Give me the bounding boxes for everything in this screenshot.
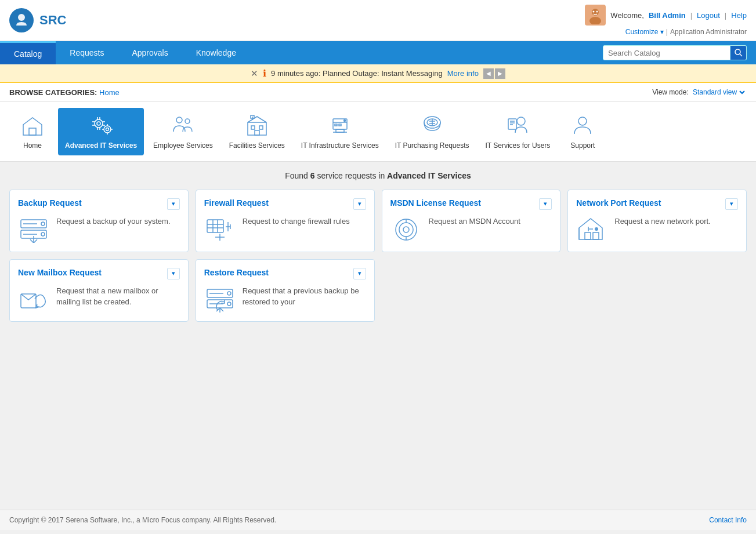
card-firewall-dropdown[interactable]: ▾ <box>353 198 366 210</box>
alert-navigation: ◀ ▶ <box>483 68 505 79</box>
it-infra-icon <box>325 112 355 138</box>
category-home[interactable]: Home <box>9 108 56 155</box>
search-button[interactable] <box>730 45 747 60</box>
customize-link[interactable]: Customize ▾ <box>625 28 664 36</box>
svg-rect-15 <box>248 122 266 135</box>
category-support-label: Support <box>570 141 595 151</box>
svg-point-63 <box>227 302 231 306</box>
category-it-services-users[interactable]: IT Services for Users <box>479 108 558 155</box>
facilities-icon <box>242 112 272 138</box>
support-icon <box>567 112 598 138</box>
card-msdn-title[interactable]: MSDN License Request <box>390 198 481 208</box>
card-backup[interactable]: Backup Request ▾ Request a <box>9 190 189 252</box>
svg-point-10 <box>97 122 100 125</box>
card-msdn-desc: Request an MSDN Account <box>429 216 520 227</box>
card-restore-dropdown[interactable]: ▾ <box>353 268 366 279</box>
svg-point-35 <box>578 117 587 125</box>
found-text: Found 6 service requests in Advanced IT … <box>9 171 747 180</box>
logo-text: SRC <box>39 13 66 28</box>
category-employee[interactable]: Employee Services <box>146 108 220 155</box>
svg-point-50 <box>403 227 409 233</box>
card-restore-desc: Request that a previous backup be restor… <box>243 285 366 308</box>
card-backup-dropdown[interactable]: ▾ <box>167 198 180 210</box>
header-user-row: Welcome, Bill Admin | Logout | Help <box>585 5 747 26</box>
search-bar <box>603 45 747 60</box>
view-mode: View mode: Standard view Compact view <box>652 88 747 97</box>
category-facilities[interactable]: Facilities Services <box>222 108 292 155</box>
card-mailbox-title[interactable]: New Mailbox Request <box>18 268 102 277</box>
found-mid: service requests in <box>317 171 385 180</box>
breadcrumb-home[interactable]: Home <box>99 88 120 97</box>
view-mode-label: View mode: <box>652 88 688 96</box>
footer-contact[interactable]: Contact Info <box>709 516 747 524</box>
svg-point-25 <box>343 120 345 122</box>
svg-rect-17 <box>259 126 263 129</box>
svg-rect-43 <box>207 220 223 233</box>
card-msdn-dropdown[interactable]: ▾ <box>539 198 552 210</box>
navbar: Catalog Requests Approvals Knowledge <box>0 41 756 64</box>
category-support[interactable]: Support <box>559 108 606 155</box>
alert-message: 9 minutes ago: Planned Outage: Instant M… <box>271 69 443 78</box>
category-it-purchasing[interactable]: IT Purchasing Requests <box>388 108 476 155</box>
category-it-infra[interactable]: IT Infrastructure Services <box>294 108 386 155</box>
app-admin-label: Application Administrator <box>670 28 747 36</box>
card-network-port[interactable]: Network Port Request ▾ Request a new ne <box>567 190 747 252</box>
svg-point-56 <box>595 227 598 231</box>
category-it-infra-label: IT Infrastructure Services <box>301 141 379 151</box>
svg-rect-8 <box>29 128 36 135</box>
header: SRC Welcome, Bill Admin | Logout | Help <box>0 0 756 41</box>
svg-point-5 <box>596 11 598 13</box>
card-restore-title[interactable]: Restore Request <box>204 268 269 277</box>
card-network-port-title[interactable]: Network Port Request <box>576 198 661 208</box>
card-firewall-title[interactable]: Firewall Request <box>204 198 269 208</box>
tab-knowledge[interactable]: Knowledge <box>182 41 250 64</box>
card-firewall[interactable]: Firewall Request ▾ Request to change fi <box>196 190 375 252</box>
firewall-icon <box>204 216 236 244</box>
svg-rect-26 <box>335 124 337 126</box>
employee-icon <box>168 112 198 138</box>
username-link[interactable]: Bill Admin <box>649 11 686 20</box>
card-mailbox[interactable]: New Mailbox Request ▾ Request that a new… <box>9 259 189 322</box>
footer-copyright: Copyright © 2017 Serena Software, Inc., … <box>9 516 276 524</box>
category-employee-label: Employee Services <box>153 141 213 151</box>
card-mailbox-desc: Request that a new mailbox or mailing li… <box>56 285 180 308</box>
alert-info-icon: ℹ <box>263 68 266 79</box>
svg-rect-16 <box>251 126 255 129</box>
alert-close-button[interactable]: ✕ <box>251 68 258 79</box>
svg-point-62 <box>227 292 231 295</box>
svg-line-7 <box>740 54 742 56</box>
svg-point-12 <box>106 128 109 131</box>
card-mailbox-dropdown[interactable]: ▾ <box>167 268 180 279</box>
svg-point-9 <box>95 119 103 128</box>
card-backup-title[interactable]: Backup Request <box>18 198 82 208</box>
tab-catalog[interactable]: Catalog <box>0 41 56 64</box>
alert-bar: ✕ ℹ 9 minutes ago: Planned Outage: Insta… <box>0 64 756 83</box>
svg-point-38 <box>41 222 45 226</box>
alert-more-link[interactable]: More info <box>447 69 479 78</box>
svg-point-30 <box>517 117 525 125</box>
svg-point-13 <box>176 117 182 123</box>
svg-point-0 <box>18 14 25 21</box>
logout-link[interactable]: Logout <box>697 11 720 20</box>
backup-icon <box>18 216 49 244</box>
tab-approvals[interactable]: Approvals <box>118 41 182 64</box>
view-mode-select[interactable]: Standard view Compact view <box>690 88 747 97</box>
card-network-port-dropdown[interactable]: ▾ <box>725 198 738 210</box>
breadcrumb-bar: BROWSE CATEGORIES: Home View mode: Stand… <box>0 83 756 102</box>
alert-prev-button[interactable]: ◀ <box>483 68 494 79</box>
alert-next-button[interactable]: ▶ <box>495 68 505 79</box>
svg-rect-54 <box>593 233 599 239</box>
card-msdn[interactable]: MSDN License Request ▾ Request an MSDN A… <box>382 190 561 252</box>
card-network-port-desc: Request a new network port. <box>614 216 710 227</box>
card-backup-desc: Request a backup of your system. <box>56 216 171 227</box>
tab-requests[interactable]: Requests <box>56 41 118 64</box>
cards-grid: Backup Request ▾ Request a <box>9 190 747 322</box>
card-restore[interactable]: Restore Request ▾ <box>196 259 375 322</box>
search-input[interactable] <box>603 45 730 60</box>
svg-point-39 <box>41 233 45 236</box>
main-content: Found 6 service requests in Advanced IT … <box>0 162 756 510</box>
restore-icon <box>204 285 236 313</box>
help-link[interactable]: Help <box>731 11 747 20</box>
mailbox-icon <box>18 285 49 313</box>
category-advanced-it[interactable]: Advanced IT Services <box>58 108 144 155</box>
